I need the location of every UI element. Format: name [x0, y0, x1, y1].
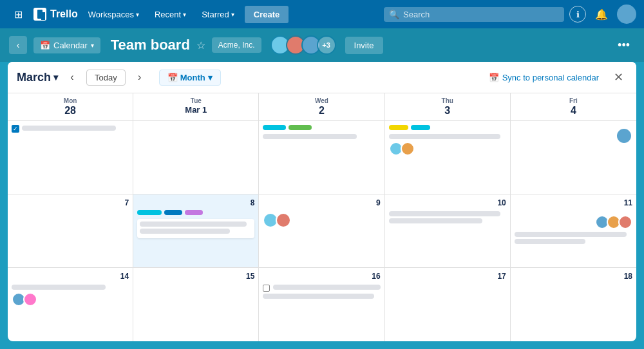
- calendar-icon: 📅: [167, 73, 178, 82]
- starred-button[interactable]: Starred ▾: [196, 7, 240, 22]
- card-bar-yellow: [389, 125, 408, 130]
- chevron-down-icon: ▾: [183, 11, 186, 18]
- calendar-header-row: Mon 28 Tue Mar 1 Wed 2 Thu 3 Fri 4: [8, 93, 636, 121]
- cell-date: 11: [515, 198, 632, 207]
- more-options-button[interactable]: •••: [612, 36, 635, 55]
- cell-date: 9: [263, 198, 380, 207]
- cell-thu-10[interactable]: 10: [385, 194, 511, 267]
- cell-mon-28[interactable]: ✓: [8, 121, 133, 194]
- col-header-thu: Thu 3: [385, 93, 511, 120]
- next-month-button[interactable]: ›: [131, 68, 149, 86]
- calendar-area: March ▾ ‹ Today › 📅 Month ▾ 📅 Sync to pe…: [8, 62, 636, 341]
- col-header-tue: Tue Mar 1: [133, 93, 259, 120]
- user-avatar[interactable]: [617, 5, 636, 24]
- calendar-week-2: 7 8 9: [8, 194, 636, 268]
- search-bar[interactable]: 🔍: [384, 7, 564, 22]
- chevron-down-icon: ▾: [208, 73, 213, 82]
- cell-tue-mar1[interactable]: [133, 121, 259, 194]
- cell-date: 8: [137, 198, 254, 207]
- board-title: Team board: [111, 37, 190, 53]
- cell-date: 10: [389, 198, 506, 207]
- member-avatars: +3: [270, 35, 336, 55]
- top-navigation: ⊞ Trello Workspaces ▾ Recent ▾ Starred ▾…: [0, 0, 644, 28]
- checkbox-empty-icon: [263, 285, 270, 292]
- avatar: [616, 127, 632, 144]
- cell-fri-18[interactable]: 18: [511, 268, 636, 341]
- card-item[interactable]: [137, 219, 254, 238]
- cell-date: 18: [515, 272, 632, 281]
- calendar-week-1: ✓: [8, 121, 636, 194]
- chevron-down-icon: ▾: [91, 42, 94, 49]
- cell-tue-15[interactable]: 15: [133, 268, 259, 341]
- calendar-toolbar: March ▾ ‹ Today › 📅 Month ▾ 📅 Sync to pe…: [8, 62, 636, 93]
- cell-wed-16[interactable]: 16: [259, 268, 384, 341]
- cell-mon-7[interactable]: 7: [8, 194, 133, 267]
- search-icon: 🔍: [389, 10, 399, 19]
- month-view-button[interactable]: 📅 Month ▾: [159, 70, 221, 86]
- cell-date: 14: [12, 272, 129, 281]
- calendar-body: ✓: [8, 121, 636, 341]
- avatar: [618, 215, 632, 229]
- col-header-wed: Wed 2: [259, 93, 384, 120]
- workspace-button[interactable]: Acme, Inc.: [212, 37, 261, 53]
- sync-button[interactable]: 📅 Sync to personal calendar: [484, 70, 604, 85]
- card-bar: [137, 210, 162, 215]
- create-button[interactable]: Create: [245, 6, 289, 23]
- chevron-down-icon: ▾: [136, 11, 139, 18]
- invite-button[interactable]: Invite: [345, 37, 383, 54]
- card-bar-teal: [263, 125, 286, 130]
- cell-fri-4[interactable]: [511, 121, 636, 194]
- prev-month-button[interactable]: ‹: [63, 68, 81, 86]
- plus-members-badge[interactable]: +3: [317, 35, 336, 55]
- cell-wed-9[interactable]: 9: [259, 194, 384, 267]
- calendar-icon: 📅: [40, 41, 50, 50]
- cell-date: 16: [263, 272, 380, 281]
- info-button[interactable]: ℹ: [569, 6, 586, 23]
- col-header-mon: Mon 28: [8, 93, 133, 120]
- card-text: [263, 134, 357, 139]
- col-header-fri: Fri 4: [511, 93, 636, 120]
- avatar: [401, 142, 415, 156]
- avatar: [23, 292, 37, 307]
- grid-menu-button[interactable]: ⊞: [8, 4, 28, 24]
- chevron-down-icon: ▾: [53, 72, 58, 82]
- avatar: [276, 212, 291, 228]
- trello-logo-icon: [33, 8, 46, 21]
- calendar-week-3: 14 15 16: [8, 268, 636, 341]
- cell-mon-14[interactable]: 14: [8, 268, 133, 341]
- cell-date: 15: [137, 272, 254, 281]
- card-text: [22, 126, 116, 131]
- cell-date: 17: [389, 272, 506, 281]
- cell-date: 7: [12, 198, 129, 207]
- close-button[interactable]: ✕: [609, 68, 627, 86]
- card-bar-teal: [411, 125, 430, 130]
- cell-fri-11[interactable]: 11: [511, 194, 636, 267]
- notifications-button[interactable]: 🔔: [591, 4, 612, 24]
- today-button[interactable]: Today: [86, 70, 126, 86]
- board-header: ‹ 📅 Calendar ▾ Team board ☆ Acme, Inc. +…: [0, 28, 644, 62]
- star-button[interactable]: ☆: [196, 39, 205, 52]
- checkbox-icon: ✓: [12, 125, 19, 133]
- cell-tue-8[interactable]: 8: [133, 194, 259, 267]
- cell-thu-17[interactable]: 17: [385, 268, 511, 341]
- calendar-view-button[interactable]: 📅 Calendar ▾: [33, 37, 100, 53]
- card-bar-green: [289, 125, 312, 130]
- card-text: [389, 134, 500, 139]
- month-label[interactable]: March ▾: [17, 71, 58, 84]
- calendar-grid: Mon 28 Tue Mar 1 Wed 2 Thu 3 Fri 4: [8, 93, 636, 341]
- workspaces-button[interactable]: Workspaces ▾: [83, 7, 144, 22]
- recent-button[interactable]: Recent ▾: [149, 7, 191, 22]
- search-input[interactable]: [403, 10, 559, 19]
- trello-logo-text: Trello: [50, 8, 78, 20]
- card-bar: [185, 210, 203, 215]
- cell-thu-3[interactable]: [385, 121, 511, 194]
- sync-icon: 📅: [489, 73, 499, 82]
- chevron-down-icon: ▾: [231, 11, 234, 18]
- back-button[interactable]: ‹: [9, 36, 27, 54]
- card-bar: [164, 210, 182, 215]
- cell-wed-2[interactable]: [259, 121, 384, 194]
- trello-logo[interactable]: Trello: [33, 8, 78, 21]
